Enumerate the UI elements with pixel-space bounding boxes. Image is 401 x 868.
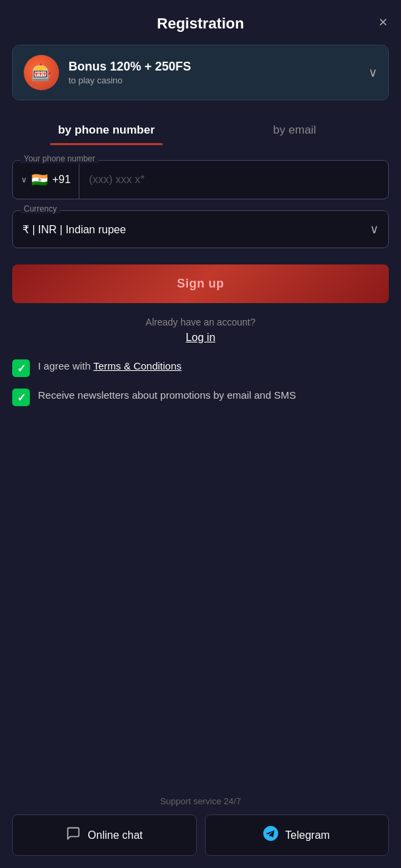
currency-value: ₹ | INR | Indian rupee bbox=[22, 223, 370, 236]
modal-header: Registration × bbox=[0, 0, 401, 45]
support-buttons: Online chat Telegram bbox=[12, 814, 389, 856]
currency-selector[interactable]: ₹ | INR | Indian rupee ∨ bbox=[12, 210, 389, 248]
country-chevron-icon: ∨ bbox=[21, 175, 27, 184]
bonus-subtitle: to play casino bbox=[69, 75, 359, 85]
support-label: Support service 24/7 bbox=[12, 796, 389, 806]
support-section: Support service 24/7 Online chat Telegra… bbox=[0, 796, 401, 868]
checkbox-section: ✓ I agree with Terms & Conditions ✓ Rece… bbox=[0, 347, 401, 406]
currency-chevron-icon: ∨ bbox=[370, 222, 379, 237]
registration-tabs: by phone number by email bbox=[0, 115, 401, 145]
terms-label: I agree with Terms & Conditions bbox=[38, 359, 182, 374]
terms-checkbox[interactable]: ✓ bbox=[12, 359, 30, 377]
check-icon: ✓ bbox=[17, 391, 26, 404]
tab-phone[interactable]: by phone number bbox=[12, 115, 201, 145]
already-have-account-text: Already have an account? bbox=[12, 317, 389, 328]
bonus-chevron-icon: ∨ bbox=[368, 65, 377, 80]
newsletter-checkbox-item: ✓ Receive newsletters about promotions b… bbox=[12, 388, 389, 406]
bonus-banner[interactable]: 🎰 Bonus 120% + 250FS to play casino ∨ bbox=[12, 45, 389, 100]
telegram-icon bbox=[263, 826, 278, 844]
online-chat-label: Online chat bbox=[88, 829, 142, 842]
currency-label: Currency bbox=[20, 204, 60, 214]
bonus-title: Bonus 120% + 250FS bbox=[69, 60, 359, 74]
phone-label: Your phone number bbox=[20, 154, 98, 163]
signup-button[interactable]: Sign up bbox=[12, 264, 389, 303]
login-button[interactable]: Log in bbox=[186, 332, 216, 344]
bonus-icon: 🎰 bbox=[24, 55, 59, 90]
terms-checkbox-item: ✓ I agree with Terms & Conditions bbox=[12, 359, 389, 377]
newsletter-checkbox[interactable]: ✓ bbox=[12, 389, 30, 406]
check-icon: ✓ bbox=[17, 362, 26, 375]
registration-form: Your phone number ∨ 🇮🇳 +91 Currency ₹ | … bbox=[0, 160, 401, 344]
currency-input-group: Currency ₹ | INR | Indian rupee ∨ bbox=[12, 210, 389, 248]
country-selector[interactable]: ∨ 🇮🇳 +91 bbox=[13, 161, 79, 199]
terms-link[interactable]: Terms & Conditions bbox=[93, 360, 181, 372]
page-title: Registration bbox=[157, 15, 244, 33]
phone-input-group: Your phone number ∨ 🇮🇳 +91 bbox=[12, 160, 389, 199]
chat-icon bbox=[66, 826, 81, 844]
online-chat-button[interactable]: Online chat bbox=[12, 814, 197, 856]
newsletter-label: Receive newsletters about promotions by … bbox=[38, 388, 296, 403]
bonus-text: Bonus 120% + 250FS to play casino bbox=[69, 60, 359, 85]
close-button[interactable]: × bbox=[379, 15, 387, 30]
phone-input[interactable] bbox=[79, 163, 388, 197]
tab-email[interactable]: by email bbox=[201, 115, 389, 145]
telegram-label: Telegram bbox=[285, 829, 330, 842]
flag-icon: 🇮🇳 bbox=[31, 172, 48, 188]
login-section: Already have an account? Log in bbox=[12, 317, 389, 344]
country-code: +91 bbox=[52, 174, 71, 186]
telegram-button[interactable]: Telegram bbox=[205, 814, 389, 856]
phone-input-wrapper: ∨ 🇮🇳 +91 bbox=[12, 160, 389, 199]
